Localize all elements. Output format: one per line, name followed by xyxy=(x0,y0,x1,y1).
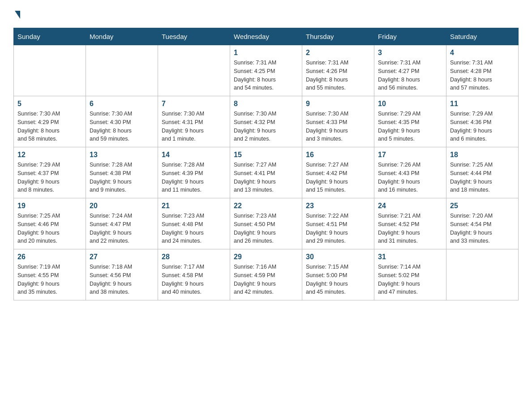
day-info: Sunrise: 7:19 AM Sunset: 4:55 PM Dayligh… xyxy=(17,263,82,296)
calendar-week-3: 12Sunrise: 7:29 AM Sunset: 4:37 PM Dayli… xyxy=(14,147,519,198)
day-number: 4 xyxy=(450,49,515,57)
day-number: 10 xyxy=(378,100,442,108)
day-number: 30 xyxy=(306,253,370,261)
calendar-cell: 16Sunrise: 7:27 AM Sunset: 4:42 PM Dayli… xyxy=(302,147,374,198)
weekday-header-sunday: Sunday xyxy=(14,28,86,45)
day-number: 27 xyxy=(90,253,154,261)
day-number: 26 xyxy=(17,253,82,261)
calendar-cell: 13Sunrise: 7:28 AM Sunset: 4:38 PM Dayli… xyxy=(86,147,158,198)
weekday-header-monday: Monday xyxy=(86,28,158,45)
logo-arrow-icon xyxy=(15,11,20,19)
calendar-cell: 5Sunrise: 7:30 AM Sunset: 4:29 PM Daylig… xyxy=(14,96,86,147)
day-info: Sunrise: 7:22 AM Sunset: 4:51 PM Dayligh… xyxy=(306,212,370,245)
calendar-cell: 24Sunrise: 7:21 AM Sunset: 4:52 PM Dayli… xyxy=(374,198,446,249)
calendar-cell: 28Sunrise: 7:17 AM Sunset: 4:58 PM Dayli… xyxy=(158,249,230,300)
calendar-cell: 15Sunrise: 7:27 AM Sunset: 4:41 PM Dayli… xyxy=(230,147,302,198)
day-info: Sunrise: 7:23 AM Sunset: 4:48 PM Dayligh… xyxy=(162,212,226,245)
day-info: Sunrise: 7:26 AM Sunset: 4:43 PM Dayligh… xyxy=(378,161,442,194)
calendar-cell: 4Sunrise: 7:31 AM Sunset: 4:28 PM Daylig… xyxy=(446,45,519,96)
day-info: Sunrise: 7:30 AM Sunset: 4:30 PM Dayligh… xyxy=(90,110,154,143)
day-info: Sunrise: 7:16 AM Sunset: 4:59 PM Dayligh… xyxy=(234,263,298,296)
day-info: Sunrise: 7:30 AM Sunset: 4:33 PM Dayligh… xyxy=(306,110,370,143)
day-info: Sunrise: 7:20 AM Sunset: 4:54 PM Dayligh… xyxy=(450,212,515,245)
day-info: Sunrise: 7:31 AM Sunset: 4:25 PM Dayligh… xyxy=(234,59,298,92)
calendar-cell: 17Sunrise: 7:26 AM Sunset: 4:43 PM Dayli… xyxy=(374,147,446,198)
day-number: 6 xyxy=(90,100,154,108)
day-number: 2 xyxy=(306,49,370,57)
calendar-table: SundayMondayTuesdayWednesdayThursdayFrid… xyxy=(13,28,519,300)
weekday-header-thursday: Thursday xyxy=(302,28,374,45)
calendar-cell: 8Sunrise: 7:30 AM Sunset: 4:32 PM Daylig… xyxy=(230,96,302,147)
day-number: 14 xyxy=(162,151,226,159)
calendar-cell: 2Sunrise: 7:31 AM Sunset: 4:26 PM Daylig… xyxy=(302,45,374,96)
day-number: 9 xyxy=(306,100,370,108)
day-info: Sunrise: 7:30 AM Sunset: 4:29 PM Dayligh… xyxy=(17,110,82,143)
weekday-header-saturday: Saturday xyxy=(446,28,519,45)
day-info: Sunrise: 7:23 AM Sunset: 4:50 PM Dayligh… xyxy=(234,212,298,245)
day-info: Sunrise: 7:18 AM Sunset: 4:56 PM Dayligh… xyxy=(90,263,154,296)
calendar-cell: 21Sunrise: 7:23 AM Sunset: 4:48 PM Dayli… xyxy=(158,198,230,249)
day-number: 13 xyxy=(90,151,154,159)
calendar-cell: 9Sunrise: 7:30 AM Sunset: 4:33 PM Daylig… xyxy=(302,96,374,147)
day-number: 20 xyxy=(90,202,154,210)
day-info: Sunrise: 7:29 AM Sunset: 4:37 PM Dayligh… xyxy=(17,161,82,194)
weekday-header-wednesday: Wednesday xyxy=(230,28,302,45)
day-number: 25 xyxy=(450,202,515,210)
day-info: Sunrise: 7:24 AM Sunset: 4:47 PM Dayligh… xyxy=(90,212,154,245)
day-number: 24 xyxy=(378,202,442,210)
day-info: Sunrise: 7:27 AM Sunset: 4:42 PM Dayligh… xyxy=(306,161,370,194)
day-number: 3 xyxy=(378,49,442,57)
day-number: 23 xyxy=(306,202,370,210)
day-info: Sunrise: 7:27 AM Sunset: 4:41 PM Dayligh… xyxy=(234,161,298,194)
day-number: 11 xyxy=(450,100,515,108)
calendar-cell: 6Sunrise: 7:30 AM Sunset: 4:30 PM Daylig… xyxy=(86,96,158,147)
day-info: Sunrise: 7:30 AM Sunset: 4:31 PM Dayligh… xyxy=(162,110,226,143)
calendar-cell: 22Sunrise: 7:23 AM Sunset: 4:50 PM Dayli… xyxy=(230,198,302,249)
calendar-cell xyxy=(158,45,230,96)
calendar-cell: 12Sunrise: 7:29 AM Sunset: 4:37 PM Dayli… xyxy=(14,147,86,198)
weekday-header-tuesday: Tuesday xyxy=(158,28,230,45)
day-info: Sunrise: 7:31 AM Sunset: 4:28 PM Dayligh… xyxy=(450,59,515,92)
day-info: Sunrise: 7:31 AM Sunset: 4:27 PM Dayligh… xyxy=(378,59,442,92)
day-number: 16 xyxy=(306,151,370,159)
calendar-cell: 26Sunrise: 7:19 AM Sunset: 4:55 PM Dayli… xyxy=(14,249,86,300)
day-number: 29 xyxy=(234,253,298,261)
day-info: Sunrise: 7:29 AM Sunset: 4:35 PM Dayligh… xyxy=(378,110,442,143)
day-info: Sunrise: 7:28 AM Sunset: 4:38 PM Dayligh… xyxy=(90,161,154,194)
calendar-cell: 18Sunrise: 7:25 AM Sunset: 4:44 PM Dayli… xyxy=(446,147,519,198)
calendar-cell: 29Sunrise: 7:16 AM Sunset: 4:59 PM Dayli… xyxy=(230,249,302,300)
calendar-cell: 25Sunrise: 7:20 AM Sunset: 4:54 PM Dayli… xyxy=(446,198,519,249)
calendar-cell: 10Sunrise: 7:29 AM Sunset: 4:35 PM Dayli… xyxy=(374,96,446,147)
day-info: Sunrise: 7:31 AM Sunset: 4:26 PM Dayligh… xyxy=(306,59,370,92)
calendar-cell: 7Sunrise: 7:30 AM Sunset: 4:31 PM Daylig… xyxy=(158,96,230,147)
calendar-cell: 31Sunrise: 7:14 AM Sunset: 5:02 PM Dayli… xyxy=(374,249,446,300)
calendar-cell: 1Sunrise: 7:31 AM Sunset: 4:25 PM Daylig… xyxy=(230,45,302,96)
day-number: 1 xyxy=(234,49,298,57)
day-number: 8 xyxy=(234,100,298,108)
day-number: 19 xyxy=(17,202,82,210)
calendar-cell xyxy=(446,249,519,300)
calendar-week-5: 26Sunrise: 7:19 AM Sunset: 4:55 PM Dayli… xyxy=(14,249,519,300)
day-number: 21 xyxy=(162,202,226,210)
day-number: 18 xyxy=(450,151,515,159)
day-number: 28 xyxy=(162,253,226,261)
day-number: 15 xyxy=(234,151,298,159)
calendar-cell: 27Sunrise: 7:18 AM Sunset: 4:56 PM Dayli… xyxy=(86,249,158,300)
calendar-cell: 14Sunrise: 7:28 AM Sunset: 4:39 PM Dayli… xyxy=(158,147,230,198)
day-info: Sunrise: 7:25 AM Sunset: 4:46 PM Dayligh… xyxy=(17,212,82,245)
day-number: 12 xyxy=(17,151,82,159)
day-number: 7 xyxy=(162,100,226,108)
day-info: Sunrise: 7:29 AM Sunset: 4:36 PM Dayligh… xyxy=(450,110,515,143)
day-number: 22 xyxy=(234,202,298,210)
calendar-cell xyxy=(14,45,86,96)
day-info: Sunrise: 7:28 AM Sunset: 4:39 PM Dayligh… xyxy=(162,161,226,194)
logo xyxy=(13,9,21,19)
weekday-header-row: SundayMondayTuesdayWednesdayThursdayFrid… xyxy=(14,28,519,45)
calendar-week-1: 1Sunrise: 7:31 AM Sunset: 4:25 PM Daylig… xyxy=(14,45,519,96)
calendar-week-4: 19Sunrise: 7:25 AM Sunset: 4:46 PM Dayli… xyxy=(14,198,519,249)
calendar-cell: 20Sunrise: 7:24 AM Sunset: 4:47 PM Dayli… xyxy=(86,198,158,249)
calendar-cell: 3Sunrise: 7:31 AM Sunset: 4:27 PM Daylig… xyxy=(374,45,446,96)
day-number: 17 xyxy=(378,151,442,159)
day-info: Sunrise: 7:30 AM Sunset: 4:32 PM Dayligh… xyxy=(234,110,298,143)
calendar-cell: 11Sunrise: 7:29 AM Sunset: 4:36 PM Dayli… xyxy=(446,96,519,147)
